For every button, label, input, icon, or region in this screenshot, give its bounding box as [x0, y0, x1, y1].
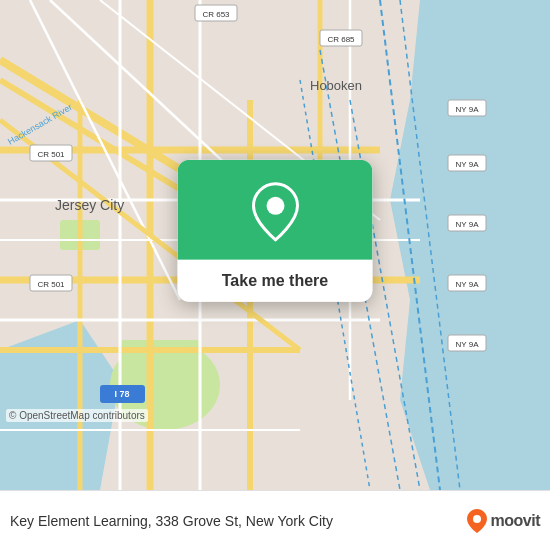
svg-text:CR 501: CR 501: [37, 280, 65, 289]
svg-text:NY 9A: NY 9A: [456, 160, 480, 169]
svg-text:NY 9A: NY 9A: [456, 280, 480, 289]
svg-text:Hoboken: Hoboken: [310, 78, 362, 93]
map-pin-icon: [249, 182, 301, 242]
svg-text:NY 9A: NY 9A: [456, 105, 480, 114]
svg-text:NY 9A: NY 9A: [456, 340, 480, 349]
svg-point-56: [473, 515, 481, 523]
svg-text:CR 685: CR 685: [327, 35, 355, 44]
svg-text:NY 9A: NY 9A: [456, 220, 480, 229]
map-view[interactable]: I 78 CR 501 CR 501 CR 653 CR 685 NY 9A N…: [0, 0, 550, 490]
svg-text:CR 501: CR 501: [37, 150, 65, 159]
moovit-text: moovit: [491, 512, 540, 530]
svg-point-55: [266, 197, 284, 215]
moovit-pin-icon: [466, 508, 488, 534]
svg-text:I 78: I 78: [114, 389, 129, 399]
location-label: Key Element Learning, 338 Grove St, New …: [10, 513, 458, 529]
bottom-bar: Key Element Learning, 338 Grove St, New …: [0, 490, 550, 550]
svg-text:Jersey City: Jersey City: [55, 197, 124, 213]
moovit-logo: moovit: [466, 508, 540, 534]
popup-icon-area: [178, 160, 373, 260]
svg-text:CR 653: CR 653: [202, 10, 230, 19]
take-me-there-button[interactable]: Take me there: [178, 260, 373, 302]
location-popup: Take me there: [178, 160, 373, 302]
copyright-text: © OpenStreetMap contributors: [9, 410, 145, 421]
copyright-notice: © OpenStreetMap contributors: [6, 409, 148, 422]
